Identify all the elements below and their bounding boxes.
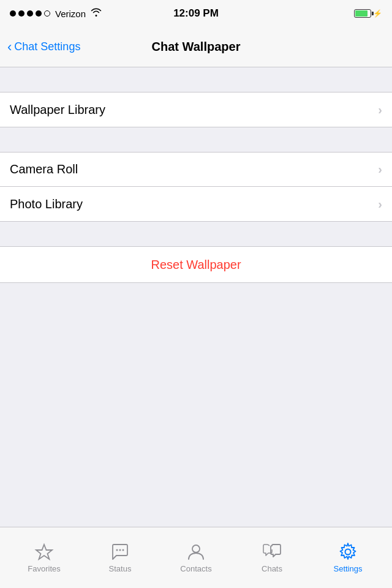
svg-point-3 [123, 549, 124, 551]
battery-container: ⚡ [354, 9, 382, 18]
status-bar-left: Verizon [10, 8, 102, 19]
wallpaper-library-chevron-icon: › [378, 103, 382, 117]
chat-bubble-dots-icon [110, 542, 130, 562]
signal-dot-4 [36, 10, 42, 17]
tab-contacts-label: Contacts [180, 564, 211, 573]
nav-bar: ‹ Chat Settings Chat Wallpaper [0, 27, 392, 67]
spacer-3 [0, 222, 392, 246]
photo-library-item[interactable]: Photo Library › [0, 187, 392, 221]
wallpaper-library-section: Wallpaper Library › [0, 92, 392, 127]
bottom-spacer [0, 283, 392, 473]
reset-wallpaper-section[interactable]: Reset Wallpaper [0, 246, 392, 283]
back-button[interactable]: ‹ Chat Settings [7, 40, 80, 54]
photos-section: Camera Roll › Photo Library › [0, 152, 392, 222]
tab-status-label: Status [109, 564, 132, 573]
status-bar-right: ⚡ [354, 9, 382, 18]
camera-roll-item[interactable]: Camera Roll › [0, 153, 392, 187]
reset-wallpaper-label: Reset Wallpaper [151, 258, 241, 272]
content: Wallpaper Library › Camera Roll › Photo … [0, 67, 392, 473]
wallpaper-library-item[interactable]: Wallpaper Library › [0, 92, 392, 127]
spacer-2 [0, 127, 392, 152]
tab-bar: Favorites Status Contacts Chats Se [0, 527, 392, 588]
tab-favorites[interactable]: Favorites [6, 527, 82, 588]
svg-point-4 [192, 545, 200, 552]
star-icon [34, 542, 54, 562]
svg-marker-0 [36, 545, 52, 559]
tab-settings-label: Settings [334, 564, 363, 573]
svg-point-1 [116, 549, 118, 551]
carrier-text: Verizon [55, 9, 86, 19]
status-time: 12:09 PM [173, 7, 219, 20]
battery-fill [355, 10, 368, 17]
svg-point-2 [119, 549, 121, 551]
person-icon [186, 542, 206, 562]
wifi-icon [91, 8, 102, 19]
photo-library-chevron-icon: › [378, 197, 382, 211]
wallpaper-library-label: Wallpaper Library [10, 103, 105, 117]
tab-status[interactable]: Status [82, 527, 158, 588]
svg-point-5 [345, 549, 351, 555]
chat-bubbles-icon [262, 542, 282, 562]
signal-dot-5 [44, 10, 50, 17]
bolt-icon: ⚡ [373, 9, 382, 18]
back-chevron-icon: ‹ [7, 40, 12, 54]
tab-chats[interactable]: Chats [234, 527, 310, 588]
gear-icon [338, 542, 358, 562]
battery-icon [354, 9, 371, 18]
signal-dot-2 [18, 10, 24, 17]
nav-title: Chat Wallpaper [152, 40, 241, 54]
tab-favorites-label: Favorites [28, 564, 60, 573]
status-bar: Verizon 12:09 PM ⚡ [0, 0, 392, 27]
signal-dot-1 [10, 10, 16, 17]
tab-chats-label: Chats [262, 564, 282, 573]
spacer-1 [0, 67, 392, 92]
camera-roll-label: Camera Roll [10, 162, 78, 176]
photo-library-label: Photo Library [10, 197, 83, 211]
tab-settings[interactable]: Settings [310, 527, 386, 588]
back-button-label: Chat Settings [14, 40, 80, 53]
signal-dot-3 [27, 10, 33, 17]
camera-roll-chevron-icon: › [378, 162, 382, 176]
tab-contacts[interactable]: Contacts [158, 527, 234, 588]
